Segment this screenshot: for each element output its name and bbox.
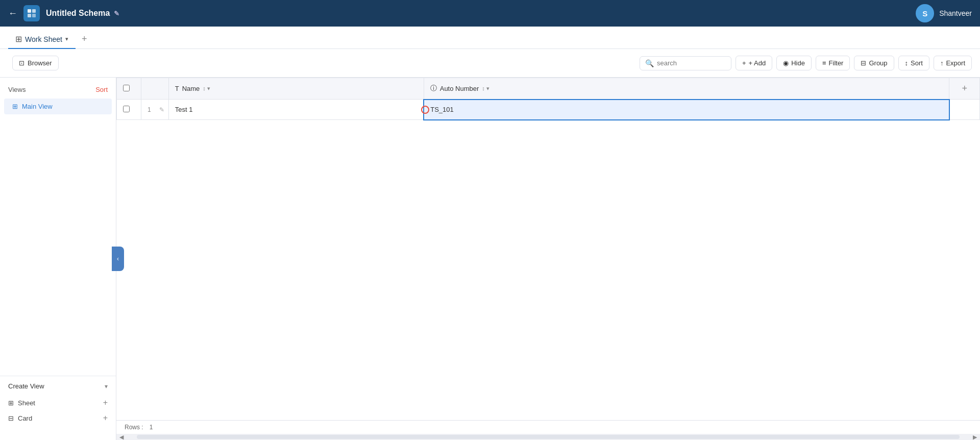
filter-button[interactable]: ≡ Filter — [816, 56, 850, 70]
user-name: Shantveer — [939, 9, 972, 17]
table-row: 1 ✎ Test 1 — [117, 100, 980, 120]
checkbox-header[interactable] — [117, 78, 141, 100]
app-title-text: Untitled Schema — [46, 9, 110, 18]
collapse-sidebar-button[interactable]: ‹ — [112, 247, 124, 271]
add-card-button[interactable]: + — [103, 413, 108, 423]
views-header: Views Sort — [0, 86, 116, 99]
add-icon: + — [742, 59, 746, 67]
name-col-label: Name — [182, 85, 200, 92]
tab-chevron-icon[interactable]: ▾ — [65, 36, 68, 42]
main-view-icon: ⊞ — [12, 103, 18, 110]
card-icon: ⊟ — [8, 414, 14, 422]
browser-icon: ⊡ — [19, 59, 24, 67]
sort-label: Sort — [911, 59, 923, 67]
create-view-title: Create View — [8, 382, 44, 390]
row-checkbox[interactable] — [123, 106, 130, 112]
hide-label: Hide — [791, 59, 805, 67]
search-box: 🔍 — [640, 56, 731, 70]
select-all-checkbox[interactable] — [123, 85, 130, 91]
svg-rect-3 — [32, 14, 36, 17]
create-view-chevron-icon: ▾ — [105, 383, 108, 390]
row-num-header — [141, 78, 169, 100]
search-icon: 🔍 — [645, 59, 654, 67]
top-nav: ← Untitled Schema ✎ S Shantveer — [0, 0, 980, 27]
hide-icon: ◉ — [783, 59, 789, 67]
group-icon: ⊟ — [861, 59, 866, 67]
create-view-section: Create View ▾ ⊞ Sheet + ⊟ Card + — [0, 376, 116, 432]
worksheet-tab[interactable]: ⊞ Work Sheet ▾ — [8, 30, 76, 49]
group-label: Group — [869, 59, 887, 67]
sidebar: Views Sort ⊞ Main View Create View ▾ ⊞ S… — [0, 78, 116, 440]
toolbar: ⊡ Browser 🔍 + + Add ◉ Hide ≡ Filter ⊟ Gr… — [0, 49, 980, 78]
views-label: Views — [8, 86, 26, 93]
scrollbar-track[interactable] — [137, 435, 960, 439]
grid-icon: ⊞ — [15, 34, 22, 44]
auto-number-col-icon: ⓘ — [430, 84, 437, 93]
svg-rect-1 — [32, 9, 36, 13]
auto-number-cell[interactable] — [424, 100, 949, 120]
rows-count: 1 — [150, 424, 153, 431]
name-col-icon: T — [175, 85, 179, 92]
row-number: 1 — [143, 106, 155, 113]
scroll-right-button[interactable]: ▶ — [970, 434, 980, 441]
card-label: Card — [18, 414, 32, 422]
auto-number-input[interactable] — [424, 100, 949, 119]
add-tab-button[interactable]: + — [78, 30, 91, 48]
add-label: + Add — [749, 59, 766, 67]
name-column-header: T Name ↕ ▾ — [168, 78, 424, 100]
edit-title-icon[interactable]: ✎ — [114, 10, 119, 17]
svg-rect-0 — [28, 9, 31, 13]
browser-label: Browser — [28, 59, 52, 67]
app-logo — [23, 5, 40, 21]
create-view-header[interactable]: Create View ▾ — [8, 382, 108, 390]
collapse-icon: ‹ — [117, 255, 119, 262]
add-column-button[interactable]: + — [955, 83, 973, 94]
filter-label: Filter — [829, 59, 844, 67]
group-button[interactable]: ⊟ Group — [854, 56, 894, 70]
auto-number-column-header: ⓘ Auto Number ↕ ▾ — [424, 78, 949, 100]
main-view-item[interactable]: ⊞ Main View — [4, 99, 112, 114]
extra-cell — [949, 100, 980, 120]
sheet-label: Sheet — [18, 399, 35, 407]
sort-button[interactable]: ↕ Sort — [898, 56, 929, 70]
worksheet-tab-label: Work Sheet — [25, 35, 62, 43]
auto-number-col-label: Auto Number — [440, 85, 479, 92]
export-label: Export — [946, 59, 965, 67]
browser-button[interactable]: ⊡ Browser — [12, 56, 59, 70]
hide-button[interactable]: ◉ Hide — [776, 56, 812, 70]
add-sheet-button[interactable]: + — [103, 398, 108, 407]
row-num-cell: 1 ✎ — [141, 100, 169, 120]
content-area: T Name ↕ ▾ ⓘ Auto Number ↕ ▾ — [116, 78, 980, 440]
export-icon: ↑ — [940, 59, 944, 67]
tab-bar: ⊞ Work Sheet ▾ + — [0, 27, 980, 49]
row-checkbox-cell[interactable] — [117, 100, 141, 120]
name-value: Test 1 — [169, 102, 424, 117]
search-input[interactable] — [657, 59, 726, 67]
sidebar-sort-button[interactable]: Sort — [95, 86, 108, 93]
add-column-header: + — [949, 78, 980, 100]
scroll-left-button[interactable]: ◀ — [116, 434, 127, 441]
sort-icon: ↕ — [905, 59, 909, 67]
filter-icon: ≡ — [822, 59, 826, 67]
auto-number-sort-icon[interactable]: ↕ ▾ — [482, 85, 489, 92]
data-table: T Name ↕ ▾ ⓘ Auto Number ↕ ▾ — [116, 78, 980, 120]
card-view-item[interactable]: ⊟ Card + — [8, 410, 108, 426]
sheet-view-item[interactable]: ⊞ Sheet + — [8, 395, 108, 410]
user-avatar[interactable]: S — [916, 4, 934, 22]
scrollbar-area: ◀ ▶ — [116, 434, 980, 440]
add-button[interactable]: + + Add — [736, 56, 772, 70]
table-container: T Name ↕ ▾ ⓘ Auto Number ↕ ▾ — [116, 78, 980, 420]
sheet-icon: ⊞ — [8, 399, 14, 407]
svg-rect-2 — [28, 14, 31, 17]
export-button[interactable]: ↑ Export — [934, 56, 972, 70]
back-button[interactable]: ← — [8, 8, 17, 19]
name-cell[interactable]: Test 1 — [168, 100, 424, 120]
table-footer: Rows : 1 — [116, 420, 980, 434]
rows-label: Rows : — [125, 424, 143, 431]
name-sort-icon[interactable]: ↕ ▾ — [203, 85, 210, 92]
main-layout: Views Sort ⊞ Main View Create View ▾ ⊞ S… — [0, 78, 980, 440]
row-edit-icon[interactable]: ✎ — [157, 106, 166, 113]
main-view-label: Main View — [22, 103, 53, 110]
